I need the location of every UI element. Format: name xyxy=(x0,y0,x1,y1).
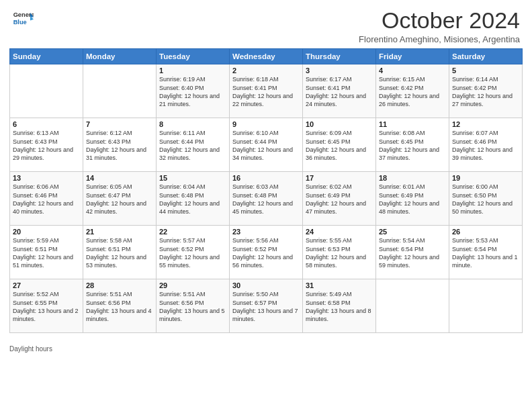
day-cell: 4Sunrise: 6:15 AM Sunset: 6:42 PM Daylig… xyxy=(376,64,449,118)
day-info: Sunrise: 6:03 AM Sunset: 6:48 PM Dayligh… xyxy=(232,183,300,216)
day-info: Sunrise: 5:51 AM Sunset: 6:56 PM Dayligh… xyxy=(159,290,226,323)
day-number: 5 xyxy=(452,66,519,75)
day-cell: 25Sunrise: 5:54 AM Sunset: 6:54 PM Dayli… xyxy=(376,226,449,279)
day-header: Monday xyxy=(83,49,157,64)
day-info: Sunrise: 6:15 AM Sunset: 6:42 PM Dayligh… xyxy=(379,75,446,108)
day-header: Friday xyxy=(376,49,449,64)
day-cell xyxy=(449,279,523,333)
day-number: 4 xyxy=(379,66,446,75)
week-row: 13Sunrise: 6:06 AM Sunset: 6:46 PM Dayli… xyxy=(10,172,523,226)
day-info: Sunrise: 6:09 AM Sunset: 6:45 PM Dayligh… xyxy=(306,129,373,162)
day-info: Sunrise: 5:49 AM Sunset: 6:58 PM Dayligh… xyxy=(306,290,373,323)
week-row: 1Sunrise: 6:19 AM Sunset: 6:40 PM Daylig… xyxy=(10,64,523,118)
calendar-table: SundayMondayTuesdayWednesdayThursdayFrid… xyxy=(9,48,523,333)
day-cell: 17Sunrise: 6:02 AM Sunset: 6:49 PM Dayli… xyxy=(303,172,376,226)
day-info: Sunrise: 5:55 AM Sunset: 6:53 PM Dayligh… xyxy=(306,236,373,269)
day-number: 17 xyxy=(306,174,373,182)
day-cell: 7Sunrise: 6:12 AM Sunset: 6:43 PM Daylig… xyxy=(83,118,157,172)
daylight-label: Daylight hours xyxy=(9,345,52,353)
day-number: 10 xyxy=(306,120,373,128)
day-cell xyxy=(376,279,449,333)
day-number: 19 xyxy=(452,174,519,182)
day-number: 14 xyxy=(86,174,153,182)
day-cell xyxy=(10,64,83,118)
week-row: 27Sunrise: 5:52 AM Sunset: 6:55 PM Dayli… xyxy=(10,279,523,333)
day-info: Sunrise: 6:11 AM Sunset: 6:44 PM Dayligh… xyxy=(159,129,226,162)
day-number: 23 xyxy=(232,228,300,236)
day-info: Sunrise: 6:17 AM Sunset: 6:41 PM Dayligh… xyxy=(306,75,373,108)
day-info: Sunrise: 5:51 AM Sunset: 6:56 PM Dayligh… xyxy=(86,290,153,323)
day-info: Sunrise: 5:59 AM Sunset: 6:51 PM Dayligh… xyxy=(13,236,80,269)
day-info: Sunrise: 6:02 AM Sunset: 6:49 PM Dayligh… xyxy=(306,183,373,216)
day-info: Sunrise: 5:52 AM Sunset: 6:55 PM Dayligh… xyxy=(13,290,80,323)
day-cell: 1Sunrise: 6:19 AM Sunset: 6:40 PM Daylig… xyxy=(157,64,230,118)
day-number: 28 xyxy=(86,281,153,289)
day-cell: 11Sunrise: 6:08 AM Sunset: 6:45 PM Dayli… xyxy=(376,118,449,172)
day-cell: 13Sunrise: 6:06 AM Sunset: 6:46 PM Dayli… xyxy=(10,172,83,226)
day-cell: 26Sunrise: 5:53 AM Sunset: 6:54 PM Dayli… xyxy=(449,226,523,279)
day-info: Sunrise: 6:01 AM Sunset: 6:49 PM Dayligh… xyxy=(379,183,446,216)
day-info: Sunrise: 6:06 AM Sunset: 6:46 PM Dayligh… xyxy=(13,183,80,216)
day-cell: 27Sunrise: 5:52 AM Sunset: 6:55 PM Dayli… xyxy=(10,279,83,333)
day-number: 20 xyxy=(13,228,80,236)
day-info: Sunrise: 6:10 AM Sunset: 6:44 PM Dayligh… xyxy=(232,129,300,162)
day-header: Sunday xyxy=(10,49,83,64)
day-cell: 31Sunrise: 5:49 AM Sunset: 6:58 PM Dayli… xyxy=(303,279,376,333)
day-number: 24 xyxy=(306,228,373,236)
day-number: 16 xyxy=(232,174,300,182)
day-cell: 29Sunrise: 5:51 AM Sunset: 6:56 PM Dayli… xyxy=(157,279,230,333)
logo-icon: General Blue xyxy=(12,8,34,30)
header-row: SundayMondayTuesdayWednesdayThursdayFrid… xyxy=(10,49,523,64)
calendar-header: SundayMondayTuesdayWednesdayThursdayFrid… xyxy=(10,49,523,64)
day-number: 7 xyxy=(86,120,153,128)
day-info: Sunrise: 5:56 AM Sunset: 6:52 PM Dayligh… xyxy=(232,236,300,269)
day-cell: 5Sunrise: 6:14 AM Sunset: 6:42 PM Daylig… xyxy=(449,64,523,118)
day-info: Sunrise: 6:07 AM Sunset: 6:46 PM Dayligh… xyxy=(452,129,519,162)
day-info: Sunrise: 5:58 AM Sunset: 6:51 PM Dayligh… xyxy=(86,236,153,269)
day-header: Saturday xyxy=(449,49,523,64)
day-info: Sunrise: 6:14 AM Sunset: 6:42 PM Dayligh… xyxy=(452,75,519,108)
day-info: Sunrise: 6:00 AM Sunset: 6:50 PM Dayligh… xyxy=(452,183,519,216)
week-row: 6Sunrise: 6:13 AM Sunset: 6:43 PM Daylig… xyxy=(10,118,523,172)
day-number: 1 xyxy=(159,66,226,75)
day-number: 6 xyxy=(13,120,80,128)
month-title: October 2024 xyxy=(359,8,520,33)
day-cell: 30Sunrise: 5:50 AM Sunset: 6:57 PM Dayli… xyxy=(230,279,303,333)
day-number: 21 xyxy=(86,228,153,236)
day-cell: 23Sunrise: 5:56 AM Sunset: 6:52 PM Dayli… xyxy=(230,226,303,279)
day-cell: 15Sunrise: 6:04 AM Sunset: 6:48 PM Dayli… xyxy=(157,172,230,226)
day-cell: 28Sunrise: 5:51 AM Sunset: 6:56 PM Dayli… xyxy=(83,279,157,333)
day-number: 8 xyxy=(159,120,226,128)
header-right: October 2024 Florentino Ameghino, Mision… xyxy=(359,8,520,44)
day-info: Sunrise: 5:54 AM Sunset: 6:54 PM Dayligh… xyxy=(379,236,446,269)
day-cell: 20Sunrise: 5:59 AM Sunset: 6:51 PM Dayli… xyxy=(10,226,83,279)
day-info: Sunrise: 6:12 AM Sunset: 6:43 PM Dayligh… xyxy=(86,129,153,162)
day-number: 25 xyxy=(379,228,446,236)
day-cell: 18Sunrise: 6:01 AM Sunset: 6:49 PM Dayli… xyxy=(376,172,449,226)
day-number: 22 xyxy=(159,228,226,236)
day-number: 29 xyxy=(159,281,226,289)
day-cell: 22Sunrise: 5:57 AM Sunset: 6:52 PM Dayli… xyxy=(157,226,230,279)
day-cell: 6Sunrise: 6:13 AM Sunset: 6:43 PM Daylig… xyxy=(10,118,83,172)
day-number: 15 xyxy=(159,174,226,182)
day-number: 12 xyxy=(452,120,519,128)
page: General Blue October 2024 Florentino Ame… xyxy=(0,0,532,411)
day-info: Sunrise: 5:57 AM Sunset: 6:52 PM Dayligh… xyxy=(159,236,226,269)
day-info: Sunrise: 6:19 AM Sunset: 6:40 PM Dayligh… xyxy=(159,75,226,108)
svg-text:Blue: Blue xyxy=(13,19,27,26)
day-number: 13 xyxy=(13,174,80,182)
day-cell: 8Sunrise: 6:11 AM Sunset: 6:44 PM Daylig… xyxy=(157,118,230,172)
day-info: Sunrise: 6:18 AM Sunset: 6:41 PM Dayligh… xyxy=(232,75,300,108)
day-info: Sunrise: 6:08 AM Sunset: 6:45 PM Dayligh… xyxy=(379,129,446,162)
day-cell: 24Sunrise: 5:55 AM Sunset: 6:53 PM Dayli… xyxy=(303,226,376,279)
day-info: Sunrise: 6:05 AM Sunset: 6:47 PM Dayligh… xyxy=(86,183,153,216)
day-cell: 12Sunrise: 6:07 AM Sunset: 6:46 PM Dayli… xyxy=(449,118,523,172)
day-cell: 9Sunrise: 6:10 AM Sunset: 6:44 PM Daylig… xyxy=(230,118,303,172)
day-info: Sunrise: 5:50 AM Sunset: 6:57 PM Dayligh… xyxy=(232,290,300,323)
day-cell: 3Sunrise: 6:17 AM Sunset: 6:41 PM Daylig… xyxy=(303,64,376,118)
subtitle: Florentino Ameghino, Misiones, Argentina xyxy=(359,34,520,44)
day-header: Thursday xyxy=(303,49,376,64)
calendar-wrap: SundayMondayTuesdayWednesdayThursdayFrid… xyxy=(0,48,532,342)
day-cell: 14Sunrise: 6:05 AM Sunset: 6:47 PM Dayli… xyxy=(83,172,157,226)
day-cell: 16Sunrise: 6:03 AM Sunset: 6:48 PM Dayli… xyxy=(230,172,303,226)
